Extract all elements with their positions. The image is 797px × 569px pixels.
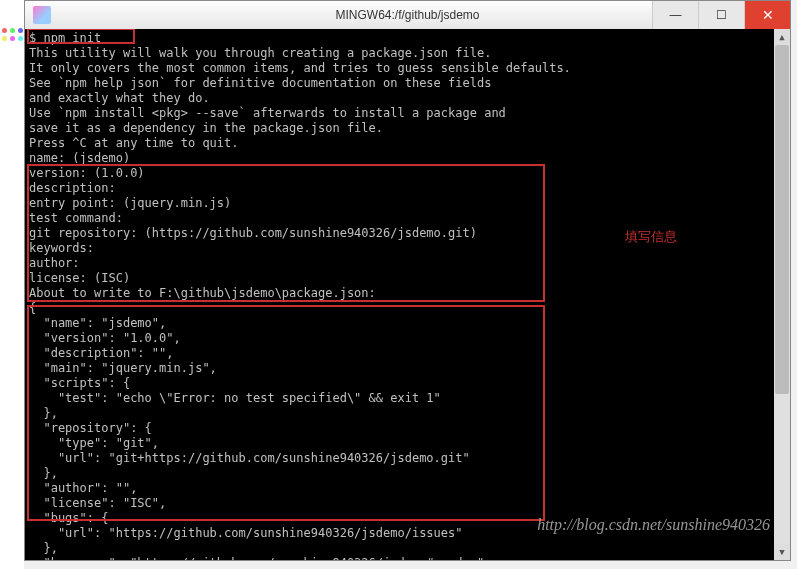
maximize-button[interactable]: ☐ — [698, 1, 744, 29]
terminal-line: "main": "jquery.min.js", — [29, 361, 786, 376]
terminal-window: MINGW64:/f/github/jsdemo — ☐ ✕ $ npm ini… — [24, 0, 791, 561]
terminal-line: This utility will walk you through creat… — [29, 46, 786, 61]
terminal-line: "url": "git+https://github.com/sunshine9… — [29, 451, 786, 466]
scrollbar[interactable]: ▲ ▼ — [774, 29, 790, 560]
terminal-line: }, — [29, 406, 786, 421]
terminal-line: "name": "jsdemo", — [29, 316, 786, 331]
terminal-line: "homepage": "https://github.com/sunshine… — [29, 556, 786, 560]
window-buttons: — ☐ ✕ — [652, 1, 790, 29]
terminal-line: save it as a dependency in the package.j… — [29, 121, 786, 136]
scroll-track[interactable] — [774, 45, 790, 544]
terminal-line: "bugs": { — [29, 511, 786, 526]
terminal-line: $ npm init — [29, 31, 786, 46]
terminal-line: "repository": { — [29, 421, 786, 436]
terminal-line: Use `npm install <pkg> --save` afterward… — [29, 106, 786, 121]
terminal-line: It only covers the most common items, an… — [29, 61, 786, 76]
terminal-line: license: (ISC) — [29, 271, 786, 286]
app-icon — [33, 6, 51, 24]
scroll-thumb[interactable] — [775, 45, 789, 394]
scroll-down-arrow-icon[interactable]: ▼ — [774, 544, 790, 560]
terminal-line: }, — [29, 541, 786, 556]
terminal-line: author: — [29, 256, 786, 271]
terminal-line: "license": "ISC", — [29, 496, 786, 511]
terminal-line: version: (1.0.0) — [29, 166, 786, 181]
terminal-line: "scripts": { — [29, 376, 786, 391]
terminal-line: "type": "git", — [29, 436, 786, 451]
colored-dots-icon — [2, 28, 23, 41]
terminal-line: keywords: — [29, 241, 786, 256]
terminal-line: }, — [29, 466, 786, 481]
scroll-up-arrow-icon[interactable]: ▲ — [774, 29, 790, 45]
terminal-line: Press ^C at any time to quit. — [29, 136, 786, 151]
terminal-line: description: — [29, 181, 786, 196]
terminal-line: { — [29, 301, 786, 316]
terminal-line: entry point: (jquery.min.js) — [29, 196, 786, 211]
terminal-line: and exactly what they do. — [29, 91, 786, 106]
terminal-line: About to write to F:\github\jsdemo\packa… — [29, 286, 786, 301]
terminal-line: test command: — [29, 211, 786, 226]
terminal-line: git repository: (https://github.com/suns… — [29, 226, 786, 241]
terminal-line: "url": "https://github.com/sunshine94032… — [29, 526, 786, 541]
terminal-line: name: (jsdemo) — [29, 151, 786, 166]
terminal-line: "version": "1.0.0", — [29, 331, 786, 346]
terminal-line: See `npm help json` for definitive docum… — [29, 76, 786, 91]
titlebar[interactable]: MINGW64:/f/github/jsdemo — ☐ ✕ — [25, 1, 790, 29]
minimize-button[interactable]: — — [652, 1, 698, 29]
close-button[interactable]: ✕ — [744, 1, 790, 29]
terminal-line: "description": "", — [29, 346, 786, 361]
window-title: MINGW64:/f/github/jsdemo — [335, 8, 479, 22]
terminal-line: "test": "echo \"Error: no test specified… — [29, 391, 786, 406]
left-app-strip — [0, 0, 24, 569]
terminal-content[interactable]: $ npm initThis utility will walk you thr… — [25, 29, 790, 560]
terminal-line: "author": "", — [29, 481, 786, 496]
